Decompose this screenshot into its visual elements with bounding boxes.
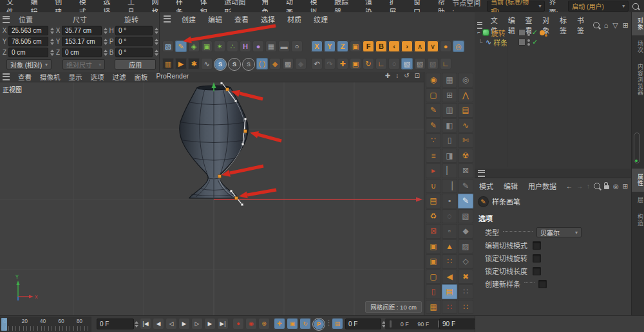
size-z-field[interactable]: 0 cm [62, 48, 102, 57]
vase-model[interactable] [180, 86, 248, 198]
modeling-tool[interactable]: ◆ [458, 224, 473, 239]
snap-mode-button[interactable]: S [228, 58, 241, 71]
pen-tool[interactable]: ✎ [426, 118, 441, 133]
modeling-tool[interactable]: ▨ [458, 239, 473, 254]
subdivision-surface-tool[interactable]: ◈ [188, 41, 200, 52]
sketch-tool[interactable]: ∿ [458, 118, 473, 133]
viewport-menu-item[interactable]: 选项 [91, 72, 104, 82]
modeling-tool[interactable]: ⋀ [458, 88, 473, 103]
cloner-tool[interactable]: ∴ [227, 41, 238, 52]
view-cube-a-button[interactable]: ▧ [401, 58, 413, 69]
next-view-button[interactable]: › [401, 41, 413, 52]
joint-tool[interactable]: H [240, 41, 251, 52]
motion-system-tool[interactable]: ✱ [188, 58, 200, 69]
add-object-button[interactable]: ✚ [337, 58, 348, 69]
modeling-tool[interactable]: ⊠ [458, 163, 473, 178]
light-tool[interactable]: ○ [291, 41, 303, 52]
psr-dots-tool[interactable]: ∷ [442, 300, 457, 315]
mirror-tool[interactable]: ◀ [442, 270, 457, 284]
toolbar-menu-item[interactable]: 查看 [233, 14, 250, 25]
metaball-tool[interactable]: ● [252, 41, 264, 52]
tangent-tool[interactable]: ∿ [201, 58, 213, 69]
current-frame-field[interactable]: 0 F [97, 318, 134, 329]
layer-toggle[interactable] [518, 29, 526, 36]
size-x-field[interactable]: 35.77 cm [62, 26, 102, 35]
panel-tab[interactable]: 对象 [632, 12, 644, 35]
warning-tool[interactable]: ▲ [442, 239, 457, 254]
playhead[interactable] [1, 318, 7, 331]
up-view-button[interactable]: ∧ [414, 41, 426, 52]
object-row-spline[interactable]: └ ∿ 样条 ✓ [477, 37, 631, 47]
modeling-tool[interactable]: ∷ [458, 300, 473, 315]
next-frame-button[interactable]: ▷ [191, 318, 203, 329]
goto-start-button[interactable]: |◀ [140, 318, 151, 329]
add-cube-tool[interactable]: ▧ [162, 41, 174, 52]
snap-enable-button[interactable]: S [214, 58, 227, 71]
viewport-menu-item[interactable]: 过滤 [113, 72, 126, 82]
rotate-view-icon[interactable]: ↺ [404, 72, 409, 79]
focus-icon[interactable]: ◎ [613, 183, 619, 190]
extrude-tool[interactable]: ▣ [201, 41, 213, 52]
flag-tool[interactable]: ▸ [426, 163, 441, 178]
end-frame-field[interactable]: 90 F [439, 318, 475, 329]
modeling-tool[interactable]: ▪ [442, 194, 457, 208]
attribute-menu-item[interactable]: 编辑 [502, 180, 519, 192]
prev-view-button[interactable]: ‹ [388, 41, 400, 52]
viewport-menu-item[interactable]: 查看 [18, 72, 32, 82]
autokey-button[interactable]: ◉ [245, 318, 257, 329]
light-dim-button[interactable]: ○ [388, 58, 400, 69]
rotation-b-stepper[interactable] [155, 50, 158, 56]
lock-tangent-length-checkbox[interactable] [533, 267, 541, 275]
workplane-cube-button[interactable]: ∟ [375, 58, 387, 69]
undo-button[interactable]: ↶ [311, 58, 323, 69]
floor-tool[interactable]: ▦ [265, 41, 277, 52]
lock-icon[interactable] [604, 185, 609, 189]
viewport-menu-icon[interactable] [3, 73, 10, 80]
motion-clip-tool[interactable]: ▶ [175, 58, 187, 69]
rotation-p-field[interactable]: 0 ° [115, 37, 153, 46]
modeling-tool[interactable]: ⊞ [442, 88, 457, 103]
rotation-b-field[interactable]: 0 ° [115, 48, 153, 57]
modeling-tool[interactable]: ◉ [426, 73, 441, 88]
modeling-tool[interactable]: ▯ [442, 133, 457, 148]
attribute-menu-item[interactable]: 用户数据 [527, 180, 558, 192]
sliders-tool[interactable]: ≡ [426, 149, 441, 163]
modeling-tool[interactable]: ▦ [442, 73, 457, 88]
coordinate-system-button[interactable]: ▣ [350, 41, 361, 52]
lock-tangent-rotation-checkbox[interactable] [533, 254, 541, 263]
search-icon[interactable] [632, 3, 639, 10]
record-scale-toggle[interactable]: ▣ [287, 318, 298, 329]
record-position-toggle[interactable]: ✚ [274, 318, 285, 329]
position-y-field[interactable]: 78.505 cm [8, 37, 48, 46]
page-tool[interactable]: ▢ [426, 270, 441, 284]
down-view-button[interactable]: ∨ [427, 41, 439, 52]
comb-tool[interactable]: ▤ [458, 103, 473, 118]
view-cube-c-button[interactable]: ▧ [427, 58, 439, 69]
options-section-header[interactable]: 选项 [475, 209, 631, 225]
current-frame-stepper[interactable] [135, 318, 138, 329]
viewport-menu-item[interactable]: ProRender [156, 72, 189, 82]
prev-frame-button[interactable]: ◁ [166, 318, 177, 329]
spline-pen-tool[interactable]: ✎ [175, 41, 187, 52]
rotation-p-stepper[interactable] [155, 39, 158, 45]
edit-tangent-mode-checkbox[interactable] [533, 241, 541, 250]
record-options-button[interactable]: ⊛ [258, 318, 270, 329]
position-z-field[interactable]: 0 cm [8, 48, 48, 57]
coordinate-mode-dropdown[interactable]: 对象 (相对)▾ [6, 59, 52, 69]
redo-button[interactable]: ↷ [324, 58, 336, 69]
rotation-h-stepper[interactable] [155, 28, 158, 34]
content-browser-tool[interactable]: ▤ [442, 284, 457, 299]
modeling-tool[interactable]: ◧ [442, 118, 457, 133]
snap-grid-button[interactable]: S [242, 58, 255, 71]
convert-button[interactable]: ↻ [363, 58, 374, 69]
position-x-field[interactable]: 25.563 cm [8, 26, 48, 35]
visibility-dots[interactable] [527, 39, 530, 46]
plane-tool[interactable]: ◆ [269, 58, 281, 69]
radiate-tool[interactable]: ☢ [458, 149, 473, 163]
toolbar-menu-icon[interactable] [164, 15, 171, 23]
knife-tool[interactable]: ✎ [426, 103, 441, 118]
pan-view-icon[interactable]: ✚ [385, 72, 390, 79]
forward-arrow-icon[interactable]: → [576, 183, 583, 190]
goto-end-button[interactable]: ▶| [217, 318, 229, 329]
type-dropdown[interactable]: 贝塞尔▾ [536, 227, 582, 237]
